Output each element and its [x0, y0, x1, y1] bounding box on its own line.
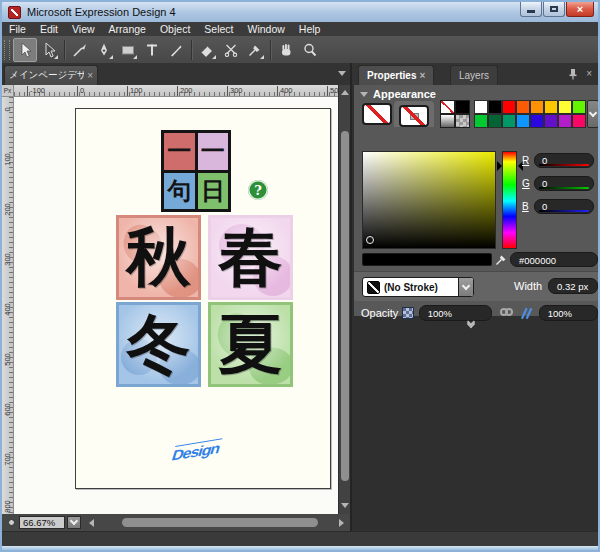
rectangle-tool-button[interactable]	[116, 38, 140, 62]
properties-tab-close-icon[interactable]: ×	[419, 70, 425, 81]
menu-file[interactable]: File	[2, 23, 33, 35]
text-tool-button[interactable]	[140, 38, 164, 62]
logo-cell[interactable]: 一	[198, 133, 229, 170]
stroke-selector[interactable]: (No Stroke)	[362, 277, 474, 297]
menu-view[interactable]: View	[65, 23, 102, 35]
v-ruler-label: 300	[3, 246, 12, 274]
menu-arrange[interactable]: Arrange	[102, 23, 153, 35]
swatch-gradient[interactable]	[440, 114, 455, 128]
brush-tool-button[interactable]	[164, 38, 188, 62]
eyedropper-small-icon[interactable]	[495, 250, 508, 266]
transparency-checker-icon[interactable]	[402, 307, 413, 319]
menu-edit[interactable]: Edit	[33, 23, 65, 35]
eyedropper-tool-button[interactable]	[243, 38, 267, 62]
scroll-down-icon[interactable]	[341, 501, 349, 509]
vertical-scrollbar-thumb[interactable]	[341, 131, 349, 481]
help-badge[interactable]: ?	[248, 180, 268, 200]
canvas-workspace[interactable]: 一 一 句 日 ? 秋 春	[14, 97, 338, 514]
eraser-tool-button[interactable]	[195, 38, 219, 62]
tab-properties[interactable]: Properties ×	[358, 65, 434, 85]
menu-select[interactable]: Select	[197, 23, 240, 35]
blend-brush-icon[interactable]	[520, 307, 534, 320]
color-cursor-icon[interactable]	[366, 236, 374, 244]
palette-swatch[interactable]	[530, 114, 544, 128]
swatch-none[interactable]	[440, 100, 455, 114]
direct-selection-tool-button[interactable]	[37, 38, 61, 62]
vertical-scrollbar[interactable]	[338, 85, 350, 514]
panel-close-icon[interactable]: ×	[586, 68, 592, 79]
blue-value-field[interactable]: 0	[534, 199, 594, 214]
tab-overflow-icon[interactable]	[338, 71, 346, 76]
palette-swatch[interactable]	[502, 114, 516, 128]
stroke-swatch-button[interactable]	[399, 105, 429, 127]
menu-help[interactable]: Help	[292, 23, 328, 35]
swatch-black[interactable]	[455, 100, 470, 114]
appearance-header[interactable]: Appearance	[360, 88, 436, 100]
logo-cell[interactable]: 日	[198, 173, 229, 210]
season-tile-autumn[interactable]: 秋	[116, 215, 201, 300]
panel-collapse-button[interactable]	[468, 323, 474, 327]
scroll-up-icon[interactable]	[341, 88, 349, 96]
hex-value-field[interactable]: #000000	[510, 252, 598, 267]
menu-object[interactable]: Object	[153, 23, 197, 35]
horizontal-scrollbar[interactable]	[98, 516, 335, 529]
close-button[interactable]: ×	[566, 2, 594, 17]
pen-tool-button[interactable]	[92, 38, 116, 62]
palette-swatch[interactable]	[544, 100, 558, 114]
palette-swatch[interactable]	[516, 100, 530, 114]
palette-swatch[interactable]	[544, 114, 558, 128]
scroll-left-icon[interactable]	[89, 519, 94, 527]
fill-swatch-button[interactable]	[362, 103, 392, 125]
swatch-transparent[interactable]	[455, 114, 470, 128]
season-tile-spring[interactable]: 春	[208, 215, 293, 300]
tab-layers[interactable]: Layers	[450, 65, 498, 85]
kanji-summer: 夏	[211, 305, 290, 384]
palette-swatch[interactable]	[474, 100, 488, 114]
palette-swatch[interactable]	[530, 100, 544, 114]
palette-swatch[interactable]	[474, 114, 488, 128]
palette-swatch[interactable]	[558, 100, 572, 114]
palette-swatch[interactable]	[488, 100, 502, 114]
secondary-opacity-field[interactable]: 100%	[539, 305, 598, 321]
document-tab[interactable]: メインページデザ... ×	[4, 65, 98, 85]
palette-more-button[interactable]	[587, 100, 599, 128]
toolbar-grip[interactable]	[4, 40, 10, 60]
artboard-page[interactable]: 一 一 句 日 ? 秋 春	[75, 108, 331, 489]
scroll-right-icon[interactable]	[339, 519, 344, 527]
palette-swatch[interactable]	[558, 114, 572, 128]
menu-window[interactable]: Window	[241, 23, 292, 35]
pan-tool-button[interactable]	[274, 38, 298, 62]
palette-swatch[interactable]	[488, 114, 502, 128]
selection-tool-button[interactable]	[13, 38, 37, 62]
logo-cell[interactable]: 句	[164, 173, 195, 210]
season-tile-winter[interactable]: 冬	[116, 302, 201, 387]
red-value-field[interactable]: 0	[534, 153, 594, 168]
design-signature[interactable]: Design	[170, 439, 222, 463]
hue-slider[interactable]	[502, 151, 517, 249]
minimize-button[interactable]	[520, 2, 542, 17]
logo-cell[interactable]: 一	[164, 133, 195, 170]
link-icon[interactable]	[500, 308, 513, 318]
palette-swatch[interactable]	[502, 100, 516, 114]
palette-swatch[interactable]	[516, 114, 530, 128]
width-value-field[interactable]: 0.32 px	[548, 278, 598, 294]
palette-swatch[interactable]	[572, 100, 586, 114]
zoom-level-field[interactable]: 66.67%	[19, 516, 65, 529]
document-tab-close-icon[interactable]: ×	[87, 70, 93, 81]
restore-button[interactable]	[543, 2, 565, 17]
zoom-tool-button[interactable]	[298, 38, 322, 62]
paintbrush-tool-button[interactable]	[68, 38, 92, 62]
green-value-field[interactable]: 0	[534, 176, 594, 191]
zoom-dropdown-button[interactable]	[67, 516, 81, 529]
stroke-dropdown-icon[interactable]	[458, 278, 473, 296]
logo-grid[interactable]: 一 一 句 日	[161, 130, 231, 212]
scissors-tool-button[interactable]	[219, 38, 243, 62]
season-tile-summer[interactable]: 夏	[208, 302, 293, 387]
opacity-label: Opacity	[361, 307, 398, 319]
opacity-value-field[interactable]: 100%	[419, 305, 492, 321]
palette-swatch[interactable]	[572, 114, 586, 128]
hue-slider-left-arrow-icon[interactable]	[497, 161, 502, 171]
horizontal-scrollbar-thumb[interactable]	[122, 518, 318, 527]
pin-icon[interactable]	[568, 68, 578, 80]
color-field[interactable]	[362, 151, 496, 249]
